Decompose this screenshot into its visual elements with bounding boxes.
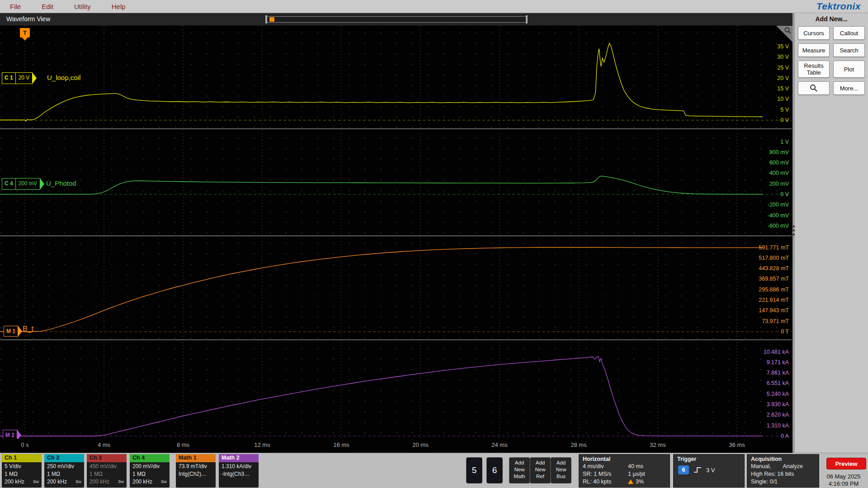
trace-m1 xyxy=(0,248,763,332)
preview-button[interactable]: Preview xyxy=(826,458,866,469)
trigger-marker[interactable]: T xyxy=(20,28,30,38)
chip-offset: 200 mV xyxy=(15,178,40,189)
scale-value: 250 mV/div xyxy=(47,463,81,470)
impedance-value: 1 MΩ xyxy=(132,470,167,478)
trace-m2 xyxy=(0,357,763,436)
scale-value: 5 V/div xyxy=(5,463,39,470)
search-button[interactable]: Search xyxy=(833,43,865,57)
warning-icon xyxy=(628,479,633,484)
waveform-label-c4: U_Photod xyxy=(46,179,76,187)
menu-item-file[interactable]: File xyxy=(10,3,21,10)
impedance-value: 1 MΩ xyxy=(5,470,39,478)
channel-name: Ch 2 xyxy=(44,454,84,462)
math-expression: -Intg(Ch3… xyxy=(222,470,256,478)
trigger-position-icon[interactable] xyxy=(269,17,274,22)
channel-name: Math 1 xyxy=(176,454,216,462)
scale-value: 1.310 kA/div xyxy=(222,463,256,470)
trace-c1 xyxy=(0,43,763,121)
bandwidth-value: 200 kHz xyxy=(90,478,109,486)
x-axis: 0 s4 ms8 ms12 ms16 ms20 ms24 ms28 ms32 m… xyxy=(0,439,793,453)
channel-badge-ch1[interactable]: Ch 1 5 V/div 1 MΩ 200 kHzBw xyxy=(2,454,42,488)
horizontal-pan-scrollbar[interactable] xyxy=(266,16,527,23)
channel-badge-ch3[interactable]: Ch 3 450 mV/div 1 MΩ 200 kHzBw xyxy=(87,454,127,488)
x-axis-tick-label: 36 ms xyxy=(719,441,755,448)
channel-badge-c1[interactable]: C 1 20 V xyxy=(2,72,33,84)
menu-item-help[interactable]: Help xyxy=(112,3,126,10)
horizontal-scale: 4 ms/div xyxy=(583,463,628,470)
measure-button[interactable]: Measure xyxy=(798,43,830,57)
callout-button[interactable]: Callout xyxy=(833,26,865,40)
acquisition-single: Single: 0/1 xyxy=(751,478,815,486)
channel-badge-c4[interactable]: C 4 200 mV xyxy=(2,178,40,190)
math-badge-m1[interactable]: M 1 xyxy=(4,326,18,337)
add-new-bus-button[interactable]: Add New Bus xyxy=(551,457,571,483)
x-axis-tick-label: 0 s xyxy=(7,441,43,448)
trigger-position-percent: 3% xyxy=(628,478,666,486)
trace-c4 xyxy=(0,176,763,194)
math-expression: Intg(Ch2)… xyxy=(179,470,213,478)
rising-edge-icon xyxy=(693,466,702,474)
scale-value: 450 mV/div xyxy=(90,463,124,470)
menu-bar: File Edit Utility Help Tektronix xyxy=(0,0,868,13)
channel-badge-ch2[interactable]: Ch 2 250 mV/div 1 MΩ 200 kHzBw xyxy=(44,454,84,488)
scale-value: 200 mV/div xyxy=(132,463,167,470)
plot-button[interactable]: Plot xyxy=(833,61,865,78)
datetime-display: 06 May 2025 4:16:09 PM xyxy=(821,473,866,488)
trigger-source-badge: 6 xyxy=(678,465,689,474)
waveform-label-c1: U_loop,coil xyxy=(47,74,80,81)
acquisition-panel[interactable]: Acquisition Manual, Analyze High Res: 16… xyxy=(747,454,819,488)
channel-name: Ch 1 xyxy=(2,454,42,462)
trigger-level: 3 V xyxy=(706,467,715,474)
menu-item-utility[interactable]: Utility xyxy=(74,3,91,10)
channel-name: Math 2 xyxy=(219,454,259,462)
waveform-view: Waveform View 35 V30 V25 V20 V15 V10 V5 … xyxy=(0,13,793,453)
cursors-button[interactable]: Cursors xyxy=(798,26,830,40)
bandwidth-value: 200 kHz xyxy=(47,478,67,486)
horizontal-panel-title: Horizontal xyxy=(579,455,670,463)
more-button[interactable]: More... xyxy=(833,81,865,95)
results-table-button[interactable]: Results Table xyxy=(798,61,830,78)
chip-label: C 4 xyxy=(2,178,15,189)
acquisition-panel-title: Acquisition xyxy=(747,455,819,463)
x-axis-tick-label: 20 ms xyxy=(402,441,439,448)
acquisition-mode: Manual, xyxy=(751,463,771,470)
math-badge-math1[interactable]: Math 1 73.9 mT/div Intg(Ch2)… xyxy=(176,454,216,488)
channel-6-button[interactable]: 6 xyxy=(486,457,503,483)
waveform-canvas xyxy=(0,26,793,439)
bandwidth-value: 200 kHz xyxy=(5,478,24,486)
impedance-value: 1 MΩ xyxy=(90,470,124,478)
record-length: RL: 40 kpts xyxy=(583,478,628,486)
channel-badge-ch4[interactable]: Ch 4 200 mV/div 1 MΩ 200 kHzBw xyxy=(130,454,170,488)
bw-limit-indicator: Bw xyxy=(33,478,39,486)
right-sidebar: Add New... Cursors Callout Measure Searc… xyxy=(793,13,868,453)
waveform-view-header: Waveform View xyxy=(0,13,793,26)
bw-limit-indicator: Bw xyxy=(161,478,167,486)
bw-limit-indicator: Bw xyxy=(75,478,81,486)
tektronix-logo: Tektronix xyxy=(816,1,861,12)
zoom-button[interactable] xyxy=(798,81,830,95)
acquisition-analyze: Analyze xyxy=(783,463,802,470)
add-new-ref-button[interactable]: Add New Ref xyxy=(530,457,551,483)
bw-limit-indicator: Bw xyxy=(118,478,124,486)
channel-name: Ch 4 xyxy=(130,454,170,462)
x-axis-tick-label: 12 ms xyxy=(244,441,280,448)
scale-value: 73.9 mT/div xyxy=(179,463,213,470)
add-new-math-button[interactable]: Add New Math xyxy=(509,457,530,483)
bandwidth-value: 200 kHz xyxy=(132,478,152,486)
math-badge-math2[interactable]: Math 2 1.310 kA/div -Intg(Ch3… xyxy=(219,454,259,488)
panel-splitter-handle[interactable]: ••• xyxy=(792,224,796,240)
x-axis-tick-label: 28 ms xyxy=(561,441,597,448)
trigger-panel[interactable]: Trigger 6 3 V xyxy=(673,454,745,488)
oscilloscope-app: File Edit Utility Help Tektronix Wavefor… xyxy=(0,0,868,488)
bottom-bar: Ch 1 5 V/div 1 MΩ 200 kHzBw Ch 2 250 mV/… xyxy=(0,453,868,488)
channel-5-button[interactable]: 5 xyxy=(466,457,482,483)
horizontal-panel[interactable]: Horizontal 4 ms/div 40 ms SR: 1 MS/s 1 µ… xyxy=(579,454,670,488)
x-axis-tick-label: 16 ms xyxy=(323,441,359,448)
sidebar-buttons: Cursors Callout Measure Search Results T… xyxy=(795,26,868,95)
sample-rate: SR: 1 MS/s xyxy=(583,470,628,478)
trigger-panel-title: Trigger xyxy=(674,455,744,463)
plot-area[interactable]: 35 V30 V25 V20 V15 V10 V5 V0 V1 V800 mV6… xyxy=(0,26,793,439)
magnifier-icon xyxy=(784,27,792,34)
menu-item-edit[interactable]: Edit xyxy=(42,3,53,10)
x-axis-tick-label: 4 ms xyxy=(86,441,122,448)
